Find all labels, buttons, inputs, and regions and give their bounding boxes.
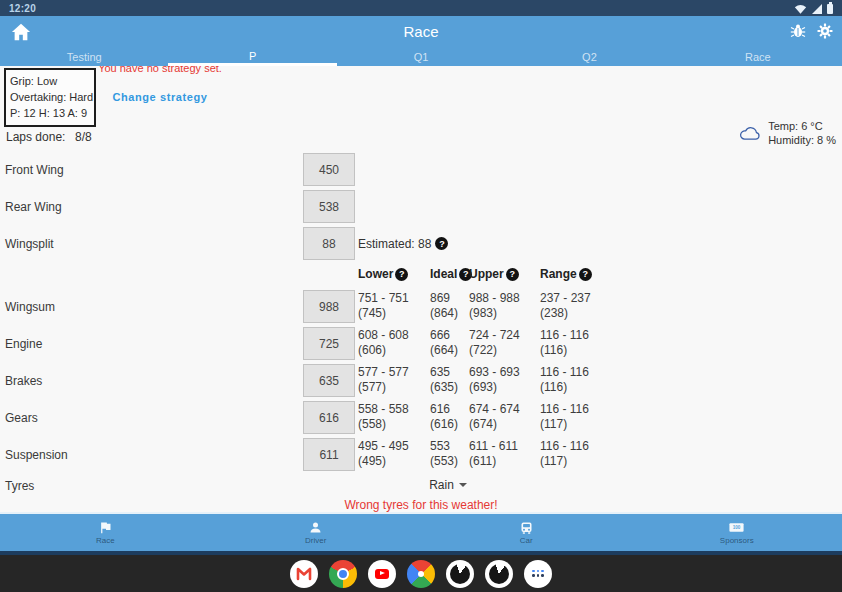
racing-game-icon[interactable] [485, 560, 513, 588]
table-header-row: Lower ? Ideal ? Upper ? Range ? [0, 267, 842, 283]
page-title: Race [0, 23, 842, 40]
rear-wing-label: Rear Wing [5, 200, 62, 214]
wingsplit-input[interactable] [303, 227, 355, 260]
header-ideal: Ideal ? [430, 267, 472, 281]
app-bar: Race [0, 16, 842, 48]
tyre-type-dropdown[interactable]: Rain [408, 478, 488, 492]
clock: 12:20 [9, 3, 36, 14]
overtaking-info: Overtaking: Hard [10, 89, 91, 105]
nav-item-driver[interactable]: Driver [211, 514, 422, 551]
cloud-icon [739, 125, 762, 141]
track-info-box: Grip: Low Overtaking: Hard P: 12 H: 13 A… [4, 68, 96, 127]
header-range: Range ? [540, 267, 592, 281]
tab-testing[interactable]: Testing [0, 48, 168, 66]
suspension-input[interactable] [303, 438, 355, 471]
wingsplit-row: Wingsplit Estimated: 88 ? [0, 227, 842, 260]
chrome-icon[interactable] [329, 560, 357, 588]
tyres-row: Tyres Rain [0, 475, 842, 499]
engine-input[interactable] [303, 327, 355, 360]
chevron-down-icon [459, 483, 467, 487]
rear-wing-row: Rear Wing [0, 190, 842, 223]
rear-wing-input[interactable] [303, 190, 355, 223]
gears-input[interactable] [303, 401, 355, 434]
app-drawer-icon[interactable] [524, 560, 552, 588]
table-row-engine: Engine 608 - 608(606) 666(664) 724 - 724… [0, 327, 842, 360]
signal-icon [812, 4, 822, 14]
table-row-gears: Gears 558 - 558(558) 616(616) 674 - 674(… [0, 401, 842, 434]
debug-bug-icon[interactable] [790, 23, 806, 39]
header-lower: Lower ? [358, 267, 408, 281]
table-row-brakes: Brakes 577 - 577(577) 635(635) 693 - 693… [0, 364, 842, 397]
temperature-value: Temp: 6 °C [768, 119, 836, 133]
help-icon[interactable]: ? [506, 268, 519, 281]
pha-info: P: 12 H: 13 A: 9 [10, 105, 91, 121]
brakes-input[interactable] [303, 364, 355, 397]
android-dock [0, 555, 842, 592]
laps-done-label: Laps done: [6, 130, 65, 144]
bottom-nav: Race Driver Car 100 S [0, 512, 842, 551]
nav-item-car[interactable]: Car [421, 514, 632, 551]
car-icon [519, 520, 534, 535]
flag-icon [98, 520, 113, 535]
estimated-value: Estimated: 88 [358, 237, 431, 251]
wifi-icon [794, 4, 807, 14]
table-row-wingsum: Wingsum 751 - 751(745) 869(864) 988 - 98… [0, 290, 842, 323]
tab-q1[interactable]: Q1 [337, 48, 505, 66]
wingsum-input[interactable] [303, 290, 355, 323]
grip-info: Grip: Low [10, 73, 91, 89]
google-photos-icon[interactable] [407, 560, 435, 588]
banknote-icon: 100 [728, 520, 745, 535]
nav-item-race[interactable]: Race [0, 514, 211, 551]
tab-q2[interactable]: Q2 [505, 48, 673, 66]
tyres-label: Tyres [5, 479, 34, 493]
weather-panel: Temp: 6 °C Humidity: 8 % [739, 119, 836, 147]
front-wing-row: Front Wing [0, 153, 842, 186]
front-wing-label: Front Wing [5, 163, 64, 177]
change-strategy-link[interactable]: Change strategy [96, 91, 224, 103]
svg-text:100: 100 [733, 525, 741, 530]
wingsplit-label: Wingsplit [5, 237, 54, 251]
laps-done-value: 8/8 [75, 130, 92, 144]
session-tab-bar: Testing P Q1 Q2 Race [0, 48, 842, 66]
front-wing-input[interactable] [303, 153, 355, 186]
help-icon[interactable]: ? [435, 237, 448, 250]
tab-practice[interactable]: P [168, 48, 336, 66]
gmail-icon[interactable] [290, 560, 318, 588]
status-bar: 12:20 [0, 0, 842, 16]
setup-content: Grip: Low Overtaking: Hard P: 12 H: 13 A… [0, 66, 842, 512]
battery-icon [827, 4, 833, 14]
header-upper: Upper ? [469, 267, 519, 281]
humidity-value: Humidity: 8 % [768, 133, 836, 147]
tyre-warning-text: Wrong tyres for this weather! [296, 498, 546, 512]
help-icon[interactable]: ? [395, 268, 408, 281]
nav-item-sponsors[interactable]: 100 Sponsors [632, 514, 842, 551]
table-row-suspension: Suspension 495 - 495(495) 553(553) 611 -… [0, 438, 842, 471]
youtube-icon[interactable] [368, 560, 396, 588]
racing-game-icon[interactable] [446, 560, 474, 588]
screen: 12:20 Race [0, 0, 842, 592]
tab-race[interactable]: Race [674, 48, 842, 66]
person-icon [308, 520, 323, 535]
help-icon[interactable]: ? [579, 268, 592, 281]
settings-gear-icon[interactable] [817, 23, 833, 39]
